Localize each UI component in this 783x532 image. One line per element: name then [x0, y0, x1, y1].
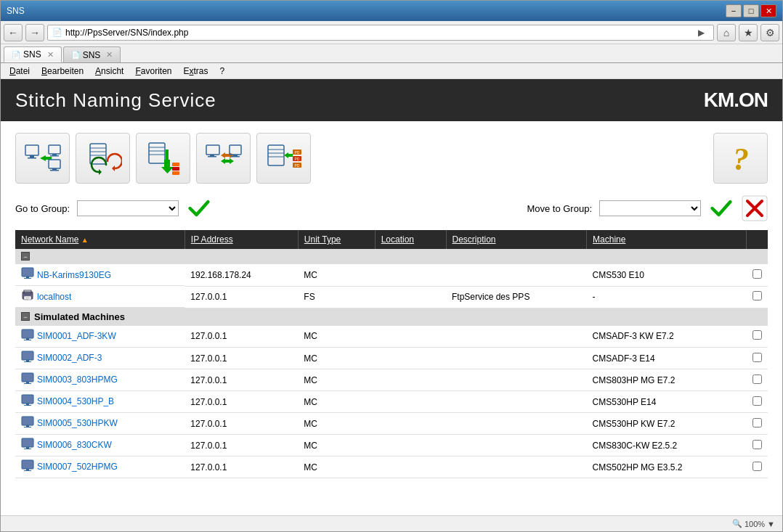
menu-bearbeiten[interactable]: Bearbeiten [36, 65, 89, 78]
svg-rect-4 [49, 145, 60, 154]
address-bar-icon: 📄 [52, 28, 62, 37]
goto-group-select[interactable] [77, 200, 179, 216]
col-sort-description[interactable]: Description [453, 234, 496, 245]
svg-marker-30 [221, 158, 234, 164]
col-header-description[interactable]: Description [446, 230, 587, 249]
row-checkbox[interactable] [752, 330, 762, 340]
cell-description [446, 348, 587, 369]
settings-button[interactable]: ⚙ [760, 24, 779, 41]
cell-checkbox[interactable] [746, 369, 768, 391]
multi-pd-icon: PD PD PD [265, 139, 303, 177]
network-name-link[interactable]: SIM0007_502HPMG [37, 462, 118, 472]
home-button[interactable]: ⌂ [717, 24, 736, 41]
collapse-icon[interactable]: − [21, 252, 30, 261]
col-sort-machine[interactable]: Machine [593, 234, 625, 245]
table-row: SIM0005_530HPKW 127.0.0.1 MC CMS530HP KW… [15, 413, 768, 435]
address-input[interactable] [65, 28, 693, 38]
minimize-button[interactable]: − [726, 4, 742, 17]
svg-rect-34 [268, 145, 284, 165]
svg-rect-2 [28, 157, 36, 159]
zoom-dropdown-icon[interactable]: ▼ [767, 520, 775, 528]
network-name-link[interactable]: localhost [37, 292, 71, 302]
svg-marker-16 [99, 169, 102, 175]
col-sort-unit-type[interactable]: Unit Type [304, 234, 341, 245]
svg-rect-63 [22, 351, 33, 360]
col-sort-location[interactable]: Location [381, 234, 414, 245]
menu-favoriten[interactable]: Favoriten [129, 65, 177, 78]
col-header-location[interactable]: Location [375, 230, 446, 249]
col-sort-network-name[interactable]: Network Name [21, 234, 78, 245]
toolbar-button-connect-machines[interactable] [196, 133, 251, 184]
toolbar-button-network-connect[interactable] [15, 133, 70, 184]
col-header-ip-address[interactable]: IP Address [184, 230, 298, 249]
cell-location [375, 369, 446, 391]
forward-button[interactable]: → [25, 24, 44, 41]
network-name-link[interactable]: SIM0002_ADF-3 [37, 353, 102, 363]
col-header-network-name[interactable]: Network Name ▲ [15, 230, 184, 249]
network-name-link[interactable]: SIM0005_530HPKW [37, 418, 118, 428]
cell-checkbox[interactable] [746, 391, 768, 413]
cell-checkbox[interactable] [746, 264, 768, 287]
row-checkbox[interactable] [752, 353, 762, 362]
toolbar-button-help[interactable]: ? [713, 133, 768, 184]
svg-rect-31 [230, 145, 241, 155]
row-checkbox[interactable] [752, 440, 762, 449]
toolbar-button-download[interactable] [136, 133, 190, 184]
row-checkbox[interactable] [752, 418, 762, 427]
close-button[interactable]: ✕ [760, 4, 776, 17]
cell-location [375, 348, 446, 369]
menu-datei[interactable]: Datei [4, 65, 36, 78]
status-bar: 🔍 100% ▼ [1, 515, 782, 531]
cell-checkbox[interactable] [746, 286, 768, 308]
move-group-select[interactable] [599, 200, 701, 216]
collapse-icon[interactable]: − [21, 312, 30, 321]
svg-rect-0 [25, 145, 38, 155]
network-name-link[interactable]: SIM0001_ADF-3KW [37, 331, 116, 341]
group-header-simulated-machines: − Simulated Machines [15, 308, 768, 325]
goto-group-button[interactable] [186, 197, 212, 220]
table-row: SIM0004_530HP_B 127.0.0.1 MC CMS530HP E1… [15, 391, 768, 413]
cell-checkbox[interactable] [746, 413, 768, 435]
toolbar-button-multi-pd[interactable]: PD PD PD [256, 133, 311, 184]
cell-ip-address: 127.0.0.1 [184, 457, 298, 478]
svg-rect-83 [22, 460, 33, 469]
svg-rect-26 [206, 145, 219, 155]
menu-help[interactable]: ? [214, 65, 231, 78]
cell-checkbox[interactable] [746, 435, 768, 457]
tab-close-1[interactable]: ✕ [47, 50, 54, 60]
cell-checkbox[interactable] [746, 348, 768, 369]
svg-rect-73 [24, 405, 31, 406]
move-group-button[interactable] [708, 197, 734, 220]
row-checkbox[interactable] [752, 462, 762, 471]
row-checkbox[interactable] [752, 375, 762, 384]
address-go-button[interactable]: ▶ [693, 25, 709, 41]
row-checkbox[interactable] [752, 396, 762, 406]
maximize-button[interactable]: □ [743, 4, 759, 17]
network-name-link[interactable]: SIM0003_803HPMG [37, 375, 118, 385]
cell-checkbox[interactable] [746, 325, 768, 348]
menu-extras[interactable]: Extras [178, 65, 214, 78]
cell-ip-address: 127.0.0.1 [184, 286, 298, 308]
toolbar-button-import[interactable] [76, 133, 130, 184]
network-name-link[interactable]: SIM0004_530HP_B [37, 396, 114, 406]
svg-rect-69 [24, 383, 31, 384]
cell-location [375, 391, 446, 413]
cell-checkbox[interactable] [746, 457, 768, 478]
back-button[interactable]: ← [4, 24, 23, 41]
col-header-unit-type[interactable]: Unit Type [298, 230, 375, 249]
col-sort-ip-address[interactable]: IP Address [191, 234, 233, 245]
row-checkbox[interactable] [752, 269, 762, 279]
menu-ansicht[interactable]: Ansicht [89, 65, 129, 78]
address-bar: 📄 ▶ [47, 25, 714, 41]
tab-close-2[interactable]: ✕ [106, 50, 113, 60]
row-type-icon [21, 372, 34, 388]
tab-sns-1[interactable]: 📄 SNS ✕ [4, 46, 62, 62]
row-checkbox[interactable] [752, 291, 762, 300]
favorites-button[interactable]: ★ [739, 24, 758, 41]
network-name-link[interactable]: NB-Karims9130EG [37, 270, 111, 280]
svg-rect-9 [50, 170, 59, 171]
network-name-link[interactable]: SIM0006_830CKW [37, 440, 112, 450]
cancel-button[interactable] [742, 195, 768, 221]
tab-sns-2[interactable]: 📄 SNS ✕ [63, 46, 121, 62]
col-header-machine[interactable]: Machine [587, 230, 746, 249]
